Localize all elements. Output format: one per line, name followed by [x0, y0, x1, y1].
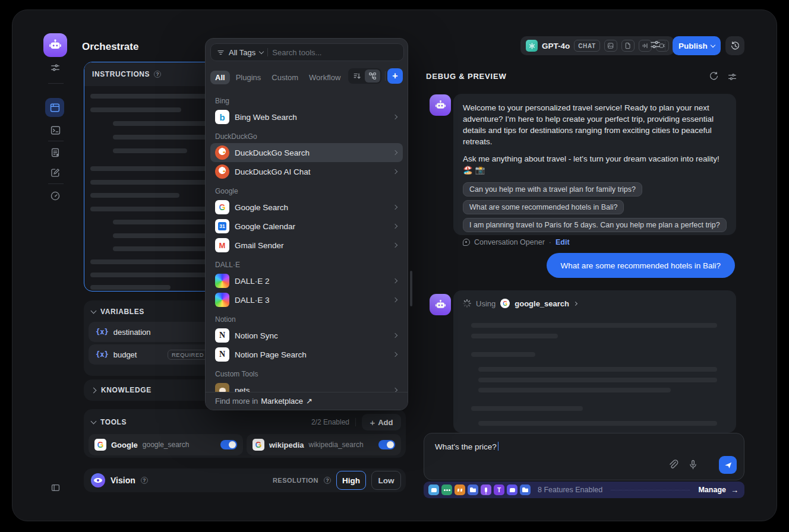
tool-picker-tab[interactable]: All — [210, 71, 230, 84]
tool-item[interactable]: Bing Web Search — [210, 107, 403, 126]
chevron-right-icon — [393, 115, 397, 119]
help-icon[interactable] — [324, 477, 331, 484]
sort-icon[interactable] — [349, 69, 365, 83]
tool-card[interactable]: Google google_search — [89, 434, 243, 455]
tool-icon — [215, 164, 229, 179]
tool-toggle[interactable] — [378, 440, 395, 449]
skeleton-line — [478, 378, 717, 382]
attach-file-icon[interactable] — [667, 459, 678, 473]
tool-item[interactable]: DALL·E 3 — [210, 290, 403, 309]
feature-icon[interactable] — [441, 484, 452, 495]
send-button[interactable] — [719, 456, 737, 474]
tool-picker-tab[interactable]: Custom — [272, 73, 298, 82]
tool-item[interactable]: DuckDuckGo AI Chat — [210, 162, 403, 181]
feature-icon[interactable] — [468, 484, 478, 495]
app-avatar[interactable] — [43, 33, 67, 57]
tool-item[interactable]: Google Search — [210, 198, 403, 217]
tool-toggle[interactable] — [220, 440, 237, 449]
tags-filter[interactable]: All Tags — [229, 48, 255, 57]
chevron-down-icon[interactable] — [91, 419, 97, 425]
sidebar-item-terminal[interactable] — [49, 124, 61, 136]
tool-group-label: DALL·E — [215, 261, 403, 269]
sidebar-item-orchestrate[interactable] — [45, 98, 64, 117]
suggested-question-chip[interactable]: I am planning travel to Paris for 5 days… — [463, 218, 727, 232]
tool-search-bar[interactable]: All Tags Search tools... — [210, 43, 404, 61]
document-list-icon — [50, 147, 61, 158]
tool-item[interactable]: pets — [210, 381, 403, 392]
chevron-right-icon — [393, 297, 397, 302]
vision-panel: Vision RESOLUTION High Low — [84, 468, 406, 492]
feature-icon[interactable] — [455, 484, 465, 495]
tool-picker-tab[interactable]: Workflow — [309, 73, 340, 82]
publish-button[interactable]: Publish — [673, 36, 721, 55]
tool-item[interactable]: DALL·E 2 — [210, 271, 403, 290]
resolution-low-button[interactable]: Low — [371, 471, 401, 490]
chevron-right-icon — [393, 243, 397, 248]
tool-call-header[interactable]: Using google_search — [453, 290, 736, 308]
variable-icon: {x} — [96, 350, 109, 359]
page-title: Orchestrate — [82, 41, 138, 53]
suggested-question-chip[interactable]: Can you help me with a travel plan for f… — [463, 182, 642, 197]
chevron-right-icon — [393, 205, 397, 210]
feature-icon[interactable] — [507, 484, 517, 495]
sidebar-item-logs[interactable] — [49, 147, 61, 159]
tool-picker-tab[interactable]: Plugins — [236, 73, 261, 82]
tool-item[interactable]: Gmail Sender — [210, 236, 403, 255]
voice-input-icon[interactable] — [687, 459, 699, 473]
feature-icon[interactable] — [520, 484, 531, 495]
workspace-settings-icon[interactable] — [49, 62, 61, 74]
group-view-icon[interactable] — [365, 69, 380, 83]
create-custom-tool-button[interactable]: + — [387, 68, 403, 84]
tool-provider-icon — [253, 439, 264, 451]
skeleton-line — [471, 406, 583, 411]
resolution-high-button[interactable]: High — [336, 471, 366, 490]
help-icon[interactable] — [154, 71, 161, 78]
edit-opener-link[interactable]: Edit — [556, 238, 570, 246]
model-parameters-icon[interactable] — [649, 39, 661, 53]
instructions-title: INSTRUCTIONS — [92, 70, 150, 78]
skeleton-line — [90, 193, 179, 198]
skeleton-line — [113, 148, 187, 153]
sidebar-divider — [48, 141, 64, 141]
sidebar-item-monitoring[interactable] — [49, 190, 61, 202]
divider — [355, 418, 356, 426]
skeleton-line — [471, 352, 535, 357]
search-tools-input[interactable]: Search tools... — [272, 48, 321, 57]
tool-item[interactable]: DuckDuckGo Search — [210, 143, 403, 162]
divider — [385, 71, 386, 81]
feature-icon[interactable] — [428, 484, 439, 495]
help-icon[interactable] — [141, 477, 148, 484]
required-badge: REQUIRED — [168, 350, 208, 360]
chevron-right-icon — [393, 224, 397, 229]
version-history-button[interactable] — [725, 36, 744, 55]
tool-card[interactable]: wikipedia wikipedia_search — [247, 434, 401, 455]
resolution-label: RESOLUTION — [273, 477, 318, 484]
sidebar-item-annotations[interactable] — [49, 167, 61, 179]
add-tool-button[interactable]: + Add — [362, 414, 401, 430]
marketplace-footer[interactable]: Find more in Marketplace ↗ — [206, 392, 408, 410]
send-icon — [724, 461, 733, 470]
preview-settings-icon[interactable] — [727, 72, 737, 84]
tool-item[interactable]: Google Calendar — [210, 217, 403, 236]
chevron-right-icon — [573, 301, 577, 305]
sidebar-divider — [48, 83, 64, 84]
scrollbar-thumb[interactable] — [410, 271, 412, 306]
manage-features-link[interactable]: Manage — [698, 486, 726, 494]
tool-icon — [215, 219, 229, 233]
feature-icon[interactable] — [494, 484, 504, 495]
tool-item[interactable]: Notion Page Search — [210, 345, 403, 364]
welcome-paragraph: Welcome to your personalized travel serv… — [463, 102, 727, 147]
restart-conversation-icon[interactable] — [709, 71, 719, 84]
chat-input[interactable]: What's the price? — [424, 433, 744, 480]
chevron-right-icon — [393, 352, 397, 357]
image-capability-icon — [604, 40, 617, 52]
suggested-question-chip[interactable]: What are some recommended hotels in Bali… — [463, 200, 624, 214]
collapse-sidebar-icon[interactable] — [49, 482, 61, 493]
tool-item[interactable]: Notion Sync — [210, 326, 403, 345]
skeleton-line — [471, 323, 717, 328]
knowledge-title: KNOWLEDGE — [101, 386, 152, 394]
plus-icon: + — [392, 71, 397, 81]
tool-group: Custom Tools pets — [210, 370, 403, 392]
feature-icon[interactable] — [481, 484, 491, 495]
gauge-icon — [50, 191, 61, 201]
